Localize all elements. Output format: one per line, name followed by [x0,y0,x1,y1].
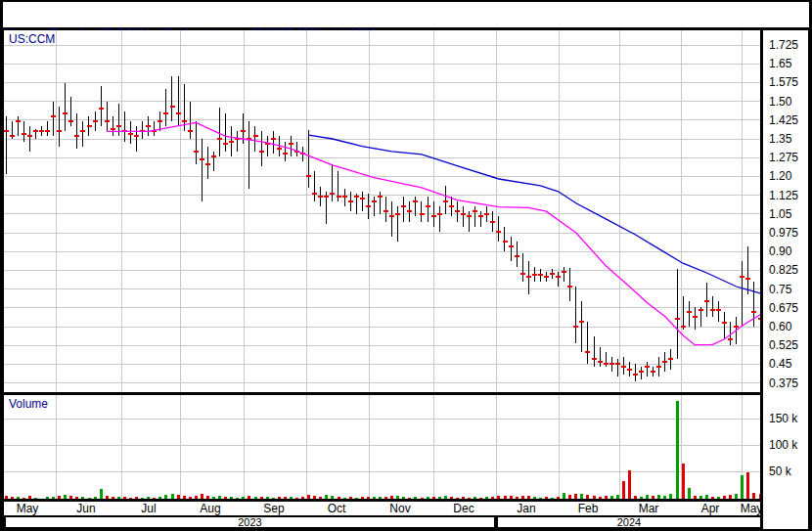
price-panel: US:CCM [4,30,760,392]
price-tick-label: 0.525 [769,338,798,352]
price-tick-label: 0.45 [769,357,791,371]
year-box-2023: 2023 [4,515,496,529]
price-tick-label: 1.725 [769,38,798,52]
price-tick-label: 1.50 [769,95,791,109]
x-axis-year-row: 2023 2024 [4,515,762,529]
price-tick-label: 1.35 [769,132,791,146]
price-tick-label: 1.575 [769,75,798,89]
price-tick-label: 0.975 [769,226,798,240]
price-tick-label: 1.125 [769,189,798,202]
price-tick-label: 1.20 [769,169,791,183]
month-label: Feb [568,502,608,515]
symbol-label: US:CCM [9,32,55,46]
price-tick-label: 0.675 [769,301,798,315]
price-tick-label: 0.60 [769,320,791,333]
price-tick-label: 1.275 [769,151,798,164]
month-label: Jul [129,502,168,515]
volume-panel: Volume [4,395,760,499]
month-label: Sep [254,502,293,515]
price-tick-label: 1.425 [769,113,798,127]
month-label: Nov [381,502,420,515]
volume-tick-label: 100 k [769,438,797,452]
chart-header: Historic Chart for US:CCM by Stockwatch.… [3,2,809,27]
price-tick-label: 0.825 [769,263,798,277]
price-chart-svg [4,30,760,392]
month-label: Mar [629,502,668,515]
month-label: Dec [444,502,483,515]
price-tick-label: 0.75 [769,283,791,296]
year-box-2024: 2024 [496,515,762,529]
volume-tick-label: 150 k [769,412,797,425]
price-tick-label: 0.375 [769,376,798,390]
month-label: Oct [317,502,356,515]
volume-chart-svg [4,395,760,499]
month-label: Aug [191,502,230,515]
volume-tick-label: 50 k [769,465,791,478]
month-label: May [8,502,47,515]
x-axis-month-labels: MayJunJulAugSepOctNovDecJanFebMarAprMay [4,502,760,515]
volume-label: Volume [9,397,48,411]
month-label: Jan [507,502,546,515]
price-tick-label: 1.65 [769,57,791,70]
year-label: 2023 [238,516,261,528]
year-label: 2024 [617,516,641,528]
month-label: Apr [691,502,730,515]
price-tick-label: 1.05 [769,207,791,221]
month-label: Jun [67,502,106,515]
price-tick-label: 0.90 [769,244,791,258]
y-axis-label-strip: 1.7251.651.5751.501.4251.351.2751.201.12… [763,30,808,529]
